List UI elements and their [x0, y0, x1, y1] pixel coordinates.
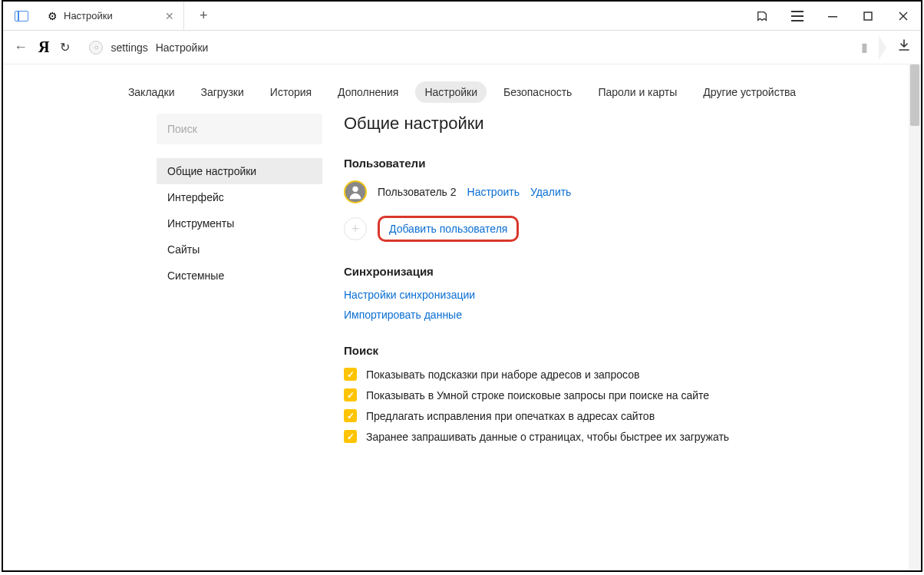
browser-tab[interactable]: ⚙ Настройки ✕ [38, 2, 184, 31]
check-label: Предлагать исправления при опечатках в а… [366, 410, 655, 422]
omnibox[interactable]: ○ settings Настройки ▮ [81, 35, 883, 60]
bookmarks-bar-icon[interactable] [744, 2, 780, 31]
sidebar-item-general[interactable]: Общие настройки [157, 158, 322, 184]
settings-sidebar: Поиск Общие настройки Интерфейс Инструме… [157, 114, 322, 451]
user-row: Пользователь 2 Настроить Удалить [344, 180, 875, 203]
window-titlebar: ⚙ Настройки ✕ + [3, 2, 921, 31]
new-tab-button[interactable]: + [190, 8, 217, 24]
minimize-button[interactable] [815, 2, 850, 31]
topnav-settings[interactable]: Настройки [415, 81, 487, 103]
page-content: Закладки Загрузки История Дополнения Нас… [3, 64, 921, 570]
close-window-button[interactable] [886, 2, 921, 31]
check-label: Показывать подсказки при наборе адресов … [366, 368, 639, 381]
back-button[interactable]: ← [14, 39, 28, 55]
sidebar-item-tools[interactable]: Инструменты [157, 210, 322, 236]
user-name-label: Пользователь 2 [378, 186, 457, 198]
sync-section-heading: Синхронизация [344, 265, 875, 278]
avatar [344, 180, 367, 203]
maximize-button[interactable] [850, 2, 886, 31]
address-bar: ← Я ↻ ○ settings Настройки ▮ [3, 31, 921, 64]
topnav-bookmarks[interactable]: Закладки [119, 81, 184, 103]
search-section-heading: Поиск [344, 344, 875, 357]
topnav-security[interactable]: Безопасность [494, 81, 581, 103]
topnav-history[interactable]: История [261, 81, 321, 103]
svg-rect-4 [864, 12, 872, 20]
svg-rect-2 [791, 20, 804, 21]
import-data-link[interactable]: Импортировать данные [344, 309, 875, 321]
sidebar-toggle-button[interactable] [11, 8, 32, 24]
add-user-row: + Добавить пользователя [344, 216, 875, 242]
site-icon: ○ [89, 41, 103, 55]
sidebar-item-sites[interactable]: Сайты [157, 236, 322, 263]
close-tab-icon[interactable]: ✕ [165, 10, 174, 22]
check-smart-search[interactable]: Показывать в Умной строке поисковые запр… [344, 388, 875, 402]
checkbox-icon[interactable] [344, 409, 357, 422]
menu-icon[interactable] [780, 2, 815, 31]
reload-button[interactable]: ↻ [60, 40, 70, 55]
check-label: Заранее запрашивать данные о страницах, … [366, 431, 729, 443]
check-label: Показывать в Умной строке поисковые запр… [366, 389, 709, 402]
vertical-scrollbar[interactable] [909, 64, 921, 570]
svg-rect-0 [791, 11, 804, 12]
bookmark-icon[interactable]: ▮ [861, 40, 868, 55]
checkbox-icon[interactable] [344, 430, 357, 443]
checkbox-icon[interactable] [344, 368, 357, 381]
topnav-downloads[interactable]: Загрузки [191, 81, 252, 103]
svg-rect-1 [791, 15, 804, 17]
checkbox-icon[interactable] [344, 388, 357, 402]
page-title: Общие настройки [344, 114, 875, 134]
delete-user-link[interactable]: Удалить [530, 186, 571, 198]
sidebar-item-system[interactable]: Системные [157, 263, 322, 289]
plus-icon: + [344, 217, 367, 240]
downloads-icon[interactable] [898, 39, 910, 55]
check-prefetch[interactable]: Заранее запрашивать данные о страницах, … [344, 430, 875, 443]
settings-main: Общие настройки Пользователи Пользовател… [344, 114, 921, 451]
settings-search-input[interactable]: Поиск [157, 114, 322, 144]
tab-title: Настройки [64, 10, 113, 21]
topnav-other-devices[interactable]: Другие устройства [694, 81, 805, 103]
gear-icon: ⚙ [48, 10, 58, 22]
users-section-heading: Пользователи [344, 157, 875, 170]
add-user-link[interactable]: Добавить пользователя [389, 223, 507, 235]
url-title: Настройки [156, 41, 209, 54]
svg-point-7 [352, 187, 358, 192]
topnav-passwords[interactable]: Пароли и карты [589, 81, 686, 103]
sidebar-item-interface[interactable]: Интерфейс [157, 184, 322, 210]
topnav-addons[interactable]: Дополнения [328, 81, 408, 103]
configure-user-link[interactable]: Настроить [467, 186, 520, 198]
add-user-highlight: Добавить пользователя [378, 216, 519, 242]
url-path: settings [111, 41, 147, 54]
check-suggestions[interactable]: Показывать подсказки при наборе адресов … [344, 368, 875, 381]
sync-settings-link[interactable]: Настройки синхронизации [344, 289, 875, 301]
settings-top-nav: Закладки Загрузки История Дополнения Нас… [3, 64, 921, 114]
yandex-logo[interactable]: Я [38, 38, 49, 56]
check-typo-fix[interactable]: Предлагать исправления при опечатках в а… [344, 409, 875, 422]
svg-rect-3 [828, 16, 837, 18]
scrollbar-thumb[interactable] [910, 64, 919, 126]
